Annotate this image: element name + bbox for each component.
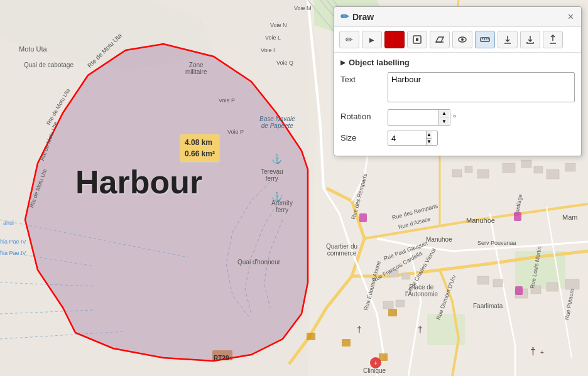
svg-rect-19	[396, 300, 405, 307]
size-input[interactable]	[388, 132, 426, 144]
svg-point-64	[461, 38, 464, 41]
svg-text:+: +	[540, 349, 544, 356]
svg-rect-21	[493, 279, 503, 287]
size-up-arrow[interactable]: ▲	[427, 131, 432, 139]
size-row: Size ▲ ▼	[340, 131, 575, 146]
eye-button[interactable]	[452, 31, 472, 48]
svg-text:⚓: ⚓	[271, 191, 283, 202]
svg-rect-45	[307, 333, 315, 340]
text-field-wrap: Harbour	[388, 72, 575, 104]
svg-marker-61	[436, 37, 444, 42]
draw-panel-title: ✏ Draw	[340, 11, 374, 23]
svg-rect-9	[465, 166, 472, 173]
svg-rect-8	[452, 169, 462, 177]
upload-button[interactable]	[543, 31, 563, 48]
svg-text:†: †	[530, 346, 536, 357]
rotation-input[interactable]	[388, 110, 438, 125]
svg-text:+: +	[374, 360, 378, 367]
rotation-field-wrap: ▲ ▼ °	[388, 109, 575, 126]
svg-text:†: †	[418, 325, 423, 335]
svg-text:†: †	[357, 325, 362, 335]
degree-symbol: °	[453, 113, 456, 122]
svg-rect-11	[503, 163, 515, 173]
arrow-tool-button[interactable]: ▶	[362, 31, 382, 48]
section-header[interactable]: ▶ Object labelling	[340, 58, 575, 67]
svg-rect-46	[342, 339, 351, 346]
edit-shape-button[interactable]	[407, 31, 427, 48]
rotation-row: Rotation ▲ ▼ °	[340, 109, 575, 126]
draw-panel-header: ✏ Draw ×	[334, 7, 581, 27]
draw-panel: ✏ Draw × ✏ ▶ ▶ Object	[334, 6, 582, 156]
text-row: Text Harbour	[340, 72, 575, 104]
svg-rect-60	[416, 38, 418, 41]
section-arrow-icon: ▶	[340, 59, 346, 66]
pencil-tool-button[interactable]: ✏	[339, 31, 359, 48]
color-button[interactable]	[384, 31, 405, 48]
rotation-up-arrow[interactable]: ▲	[439, 110, 449, 117]
rotation-down-arrow[interactable]: ▼	[439, 117, 449, 125]
size-field-label: Size	[340, 131, 381, 142]
svg-rect-12	[521, 160, 531, 168]
rotation-field-label: Rotation	[340, 109, 381, 121]
section-title: Object labelling	[349, 58, 410, 67]
draw-icon: ✏	[340, 11, 349, 23]
size-down-arrow[interactable]: ▼	[427, 139, 432, 146]
ruler-button[interactable]	[475, 31, 495, 48]
svg-rect-25	[565, 279, 579, 289]
svg-rect-15	[565, 163, 575, 171]
draw-toolbar: ✏ ▶	[334, 27, 581, 53]
size-field-wrap: ▲ ▼	[388, 131, 575, 146]
svg-text:Serv Pouvanaa: Serv Pouvanaa	[477, 240, 516, 246]
eraser-button[interactable]	[430, 31, 450, 48]
svg-rect-14	[547, 169, 559, 179]
svg-rect-20	[477, 276, 489, 284]
svg-rect-40	[515, 286, 523, 295]
svg-rect-24	[547, 282, 558, 291]
svg-rect-10	[477, 169, 489, 178]
text-field-label: Text	[340, 72, 381, 84]
draw-title-text: Draw	[352, 12, 374, 22]
svg-rect-38	[359, 213, 367, 222]
draw-panel-close-button[interactable]: ×	[567, 11, 575, 23]
object-labelling-section: ▶ Object labelling Text Harbour Rotation…	[334, 53, 581, 156]
download1-button[interactable]	[498, 31, 518, 48]
download2-button[interactable]	[520, 31, 540, 48]
svg-rect-17	[402, 273, 410, 279]
svg-text:⚓: ⚓	[271, 154, 283, 164]
svg-rect-39	[514, 212, 521, 221]
text-textarea[interactable]: Harbour	[388, 72, 575, 102]
svg-rect-47	[388, 309, 397, 316]
svg-rect-13	[534, 166, 543, 173]
size-spinner: ▲ ▼	[388, 131, 438, 146]
svg-rect-18	[383, 301, 393, 309]
